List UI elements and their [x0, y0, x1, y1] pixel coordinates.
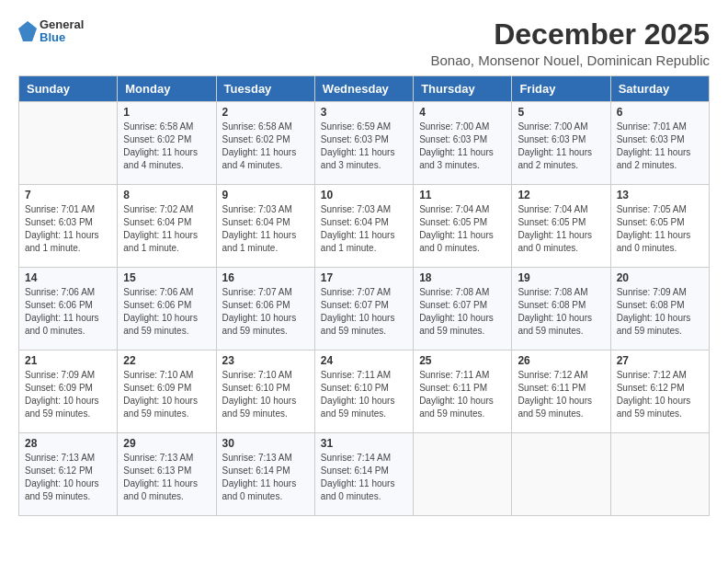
day-info: Sunrise: 7:06 AM Sunset: 6:06 PM Dayligh…	[25, 286, 111, 338]
calendar-cell	[19, 102, 118, 185]
calendar-week-row: 1Sunrise: 6:58 AM Sunset: 6:02 PM Daylig…	[19, 102, 710, 185]
month-title: December 2025	[430, 18, 710, 51]
day-number: 18	[419, 271, 506, 284]
day-info: Sunrise: 6:58 AM Sunset: 6:02 PM Dayligh…	[123, 121, 210, 172]
calendar-cell: 2Sunrise: 6:58 AM Sunset: 6:02 PM Daylig…	[216, 102, 314, 185]
day-info: Sunrise: 7:10 AM Sunset: 6:10 PM Dayligh…	[222, 369, 309, 420]
header-day: Sunday	[19, 76, 118, 102]
day-number: 7	[25, 189, 111, 201]
day-number: 6	[617, 106, 703, 119]
calendar-cell: 23Sunrise: 7:10 AM Sunset: 6:10 PM Dayli…	[216, 350, 314, 433]
header-day: Tuesday	[216, 76, 314, 102]
day-number: 20	[617, 271, 703, 284]
calendar-cell: 25Sunrise: 7:11 AM Sunset: 6:11 PM Dayli…	[414, 350, 512, 433]
calendar-cell	[610, 433, 709, 516]
day-number: 24	[321, 354, 407, 367]
calendar-table: SundayMondayTuesdayWednesdayThursdayFrid…	[18, 75, 710, 516]
calendar-cell: 8Sunrise: 7:02 AM Sunset: 6:04 PM Daylig…	[118, 185, 216, 268]
location-title: Bonao, Monsenor Nouel, Dominican Republi…	[430, 52, 710, 68]
day-number: 23	[222, 354, 309, 367]
header-day: Wednesday	[314, 76, 413, 102]
calendar-week-row: 21Sunrise: 7:09 AM Sunset: 6:09 PM Dayli…	[19, 350, 710, 433]
day-number: 30	[222, 437, 309, 450]
calendar-cell: 17Sunrise: 7:07 AM Sunset: 6:07 PM Dayli…	[314, 268, 413, 350]
day-number: 16	[222, 271, 309, 284]
day-info: Sunrise: 7:13 AM Sunset: 6:12 PM Dayligh…	[25, 452, 111, 503]
day-info: Sunrise: 7:13 AM Sunset: 6:13 PM Dayligh…	[123, 452, 210, 503]
day-number: 10	[321, 189, 407, 201]
title-block: December 2025 Bonao, Monsenor Nouel, Dom…	[430, 18, 710, 68]
day-number: 31	[321, 437, 407, 450]
calendar-cell: 31Sunrise: 7:14 AM Sunset: 6:14 PM Dayli…	[314, 433, 413, 516]
day-number: 26	[518, 354, 604, 367]
day-number: 2	[222, 106, 309, 119]
header-row: SundayMondayTuesdayWednesdayThursdayFrid…	[19, 76, 710, 102]
day-info: Sunrise: 7:06 AM Sunset: 6:06 PM Dayligh…	[123, 286, 210, 338]
day-info: Sunrise: 7:14 AM Sunset: 6:14 PM Dayligh…	[321, 452, 407, 503]
day-number: 27	[617, 354, 703, 367]
calendar-cell: 10Sunrise: 7:03 AM Sunset: 6:04 PM Dayli…	[314, 185, 413, 268]
calendar-cell: 9Sunrise: 7:03 AM Sunset: 6:04 PM Daylig…	[216, 185, 314, 268]
day-number: 29	[123, 437, 210, 450]
day-info: Sunrise: 7:04 AM Sunset: 6:05 PM Dayligh…	[518, 203, 604, 255]
day-info: Sunrise: 7:11 AM Sunset: 6:11 PM Dayligh…	[419, 369, 506, 420]
calendar-cell: 15Sunrise: 7:06 AM Sunset: 6:06 PM Dayli…	[118, 268, 216, 350]
calendar-week-row: 28Sunrise: 7:13 AM Sunset: 6:12 PM Dayli…	[19, 433, 710, 516]
calendar-cell	[414, 433, 512, 516]
calendar-cell	[512, 433, 610, 516]
calendar-cell: 20Sunrise: 7:09 AM Sunset: 6:08 PM Dayli…	[610, 268, 709, 350]
day-info: Sunrise: 7:04 AM Sunset: 6:05 PM Dayligh…	[419, 203, 506, 255]
day-number: 11	[419, 189, 506, 201]
day-number: 13	[617, 189, 703, 201]
day-info: Sunrise: 7:08 AM Sunset: 6:08 PM Dayligh…	[518, 286, 604, 338]
day-info: Sunrise: 7:00 AM Sunset: 6:03 PM Dayligh…	[518, 121, 604, 172]
calendar-cell: 16Sunrise: 7:07 AM Sunset: 6:06 PM Dayli…	[216, 268, 314, 350]
day-info: Sunrise: 7:07 AM Sunset: 6:07 PM Dayligh…	[321, 286, 407, 338]
day-number: 22	[123, 354, 210, 367]
day-info: Sunrise: 6:58 AM Sunset: 6:02 PM Dayligh…	[222, 121, 309, 172]
header-day: Saturday	[610, 76, 709, 102]
day-info: Sunrise: 6:59 AM Sunset: 6:03 PM Dayligh…	[321, 121, 407, 172]
day-number: 19	[518, 271, 604, 284]
calendar-cell: 26Sunrise: 7:12 AM Sunset: 6:11 PM Dayli…	[512, 350, 610, 433]
page-header: General Blue December 2025 Bonao, Monsen…	[18, 18, 710, 68]
calendar-cell: 24Sunrise: 7:11 AM Sunset: 6:10 PM Dayli…	[314, 350, 413, 433]
day-info: Sunrise: 7:12 AM Sunset: 6:12 PM Dayligh…	[617, 369, 703, 420]
day-number: 15	[123, 271, 210, 284]
calendar-cell: 1Sunrise: 6:58 AM Sunset: 6:02 PM Daylig…	[118, 102, 216, 185]
calendar-cell: 6Sunrise: 7:01 AM Sunset: 6:03 PM Daylig…	[610, 102, 709, 185]
day-info: Sunrise: 7:03 AM Sunset: 6:04 PM Dayligh…	[222, 203, 309, 255]
day-info: Sunrise: 7:12 AM Sunset: 6:11 PM Dayligh…	[518, 369, 604, 420]
day-number: 14	[25, 271, 111, 284]
day-info: Sunrise: 7:01 AM Sunset: 6:03 PM Dayligh…	[617, 121, 703, 172]
calendar-cell: 14Sunrise: 7:06 AM Sunset: 6:06 PM Dayli…	[19, 268, 118, 350]
day-number: 9	[222, 189, 309, 201]
day-number: 12	[518, 189, 604, 201]
calendar-cell: 19Sunrise: 7:08 AM Sunset: 6:08 PM Dayli…	[512, 268, 610, 350]
day-number: 28	[25, 437, 111, 450]
day-info: Sunrise: 7:09 AM Sunset: 6:09 PM Dayligh…	[25, 369, 111, 420]
calendar-cell: 3Sunrise: 6:59 AM Sunset: 6:03 PM Daylig…	[314, 102, 413, 185]
header-day: Friday	[512, 76, 610, 102]
day-number: 5	[518, 106, 604, 119]
logo-general-text: General	[40, 18, 84, 31]
day-info: Sunrise: 7:01 AM Sunset: 6:03 PM Dayligh…	[25, 203, 111, 255]
day-info: Sunrise: 7:00 AM Sunset: 6:03 PM Dayligh…	[419, 121, 506, 172]
day-number: 4	[419, 106, 506, 119]
header-day: Monday	[118, 76, 216, 102]
day-info: Sunrise: 7:05 AM Sunset: 6:05 PM Dayligh…	[617, 203, 703, 255]
svg-marker-0	[18, 21, 37, 41]
calendar-cell: 22Sunrise: 7:10 AM Sunset: 6:09 PM Dayli…	[118, 350, 216, 433]
day-number: 3	[321, 106, 407, 119]
day-info: Sunrise: 7:10 AM Sunset: 6:09 PM Dayligh…	[123, 369, 210, 420]
calendar-cell: 28Sunrise: 7:13 AM Sunset: 6:12 PM Dayli…	[19, 433, 118, 516]
day-number: 8	[123, 189, 210, 201]
calendar-cell: 30Sunrise: 7:13 AM Sunset: 6:14 PM Dayli…	[216, 433, 314, 516]
calendar-cell: 29Sunrise: 7:13 AM Sunset: 6:13 PM Dayli…	[118, 433, 216, 516]
logo-bird-icon	[18, 21, 37, 41]
header-day: Thursday	[414, 76, 512, 102]
day-info: Sunrise: 7:08 AM Sunset: 6:07 PM Dayligh…	[419, 286, 506, 338]
calendar-cell: 4Sunrise: 7:00 AM Sunset: 6:03 PM Daylig…	[414, 102, 512, 185]
calendar-cell: 18Sunrise: 7:08 AM Sunset: 6:07 PM Dayli…	[414, 268, 512, 350]
calendar-cell: 11Sunrise: 7:04 AM Sunset: 6:05 PM Dayli…	[414, 185, 512, 268]
